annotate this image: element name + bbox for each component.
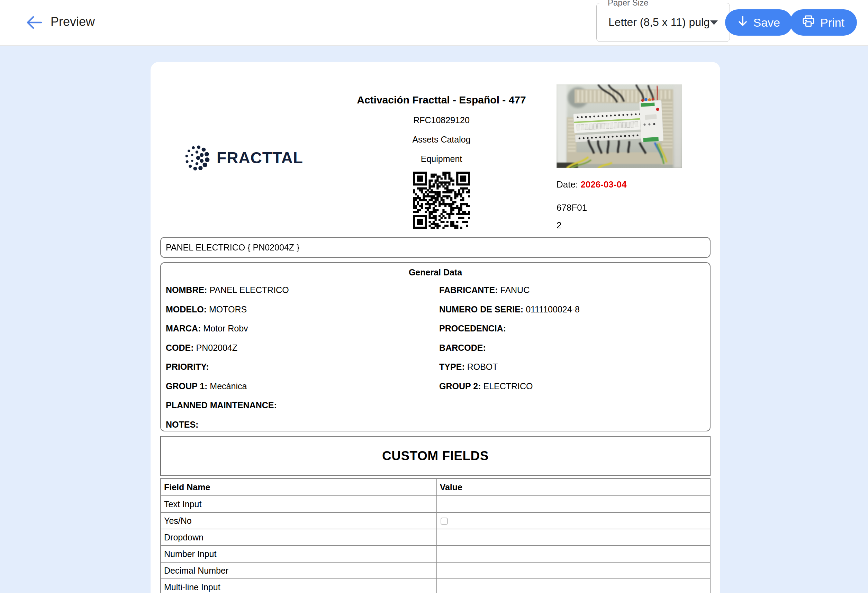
document-reference: RFC10829120 [413,115,469,125]
general-data-section: General Data NOMBRE: PANEL ELECTRICO MOD… [160,262,710,431]
logo-column: FRACTTAL [160,84,326,231]
field-nombre: NOMBRE: PANEL ELECTRICO [166,280,439,300]
field-procedencia: PROCEDENCIA: [439,319,710,338]
table-row: Number Input [161,546,710,562]
save-button-label: Save [753,16,781,30]
field-notes: NOTES: [166,415,439,432]
fracttal-logo-icon [183,143,210,173]
table-row: Dropdown [161,529,710,546]
table-row: Decimal Number [161,562,710,579]
document-catalog: Assets Catalog [412,134,470,145]
table-row: Yes/No [161,512,710,529]
column-value: Value [436,478,710,496]
column-field-name: Field Name [161,478,436,496]
page-number: 2 [557,220,710,231]
general-data-title: General Data [161,267,710,277]
document-page: FRACTTAL Activación Fracttal - Español -… [151,62,720,593]
paper-size-select[interactable]: Paper Size Letter (8,5 x 11) pulg [596,3,730,42]
document-date: Date: 2026-03-04 [557,179,710,190]
field-code: CODE: PN02004Z [166,338,439,358]
general-data-right-column: FABRICANTE: FANUC NUMERO DE SERIE: 01111… [439,280,710,431]
download-arrow-icon [738,16,748,30]
page-title: Preview [50,15,95,29]
print-button-label: Print [820,16,844,30]
asset-photo [557,84,682,168]
field-marca: MARCA: Motor Robv [166,319,439,338]
document-title-column: Activación Fracttal - Español - 477 RFC1… [326,84,557,231]
fracttal-logo-wordmark: FRACTTAL [217,148,303,167]
field-name-cell: Text Input [161,496,436,512]
field-group1: GROUP 1: Mecánica [166,377,439,396]
fracttal-logo: FRACTTAL [183,143,303,173]
asset-name-field: PANEL ELECTRICO { PN02004Z } [160,237,710,258]
field-name-cell: Number Input [161,546,436,562]
field-group2: GROUP 2: ELECTRICO [439,377,710,396]
value-cell [436,579,710,593]
value-cell [436,496,710,512]
field-barcode: BARCODE: [439,338,710,358]
yes-no-checkbox [441,518,448,525]
value-cell [436,529,710,546]
table-row: Multi-line Input [161,579,710,593]
custom-fields-title: CUSTOM FIELDS [382,449,489,463]
document-info-column: Date: 2026-03-04 678F01 2 [557,84,710,231]
field-planned-maintenance: PLANNED MAINTENANCE: [166,396,439,415]
date-label: Date: [557,179,578,190]
general-data-left-column: NOMBRE: PANEL ELECTRICO MODELO: MOTORS M… [161,280,439,431]
document-title: Activación Fracttal - Español - 477 [357,94,526,106]
field-modelo: MODELO: MOTORS [166,300,439,319]
field-priority: PRIORITY: [166,357,439,377]
field-fabricante: FABRICANTE: FANUC [439,280,710,300]
date-value: 2026-03-04 [580,179,626,190]
qr-code [413,172,470,229]
field-name-cell: Yes/No [161,512,436,529]
preview-viewport: FRACTTAL Activación Fracttal - Español -… [0,46,868,593]
table-header-row: Field Name Value [161,478,710,496]
paper-size-value: Letter (8,5 x 11) pulg [608,3,710,41]
document-asset-type: Equipment [421,154,462,164]
custom-fields-header: CUSTOM FIELDS [160,436,710,476]
field-name-cell: Decimal Number [161,562,436,579]
value-cell [436,512,710,529]
save-button[interactable]: Save [725,9,793,35]
back-button[interactable] [26,15,43,30]
print-button[interactable]: Print [790,9,857,35]
value-cell [436,562,710,579]
value-cell [436,546,710,562]
field-name-cell: Multi-line Input [161,579,436,593]
field-numero-serie: NUMERO DE SERIE: 0111100024-8 [439,300,710,319]
field-name-cell: Dropdown [161,529,436,546]
form-code: 678F01 [557,202,710,213]
table-row: Text Input [161,496,710,512]
custom-fields-table: Field Name Value Text Input Yes/No Dropd… [160,478,710,593]
chevron-down-icon [710,21,718,25]
document-header: FRACTTAL Activación Fracttal - Español -… [160,84,710,231]
toolbar: Preview Paper Size Letter (8,5 x 11) pul… [0,0,868,46]
field-type: TYPE: ROBOT [439,357,710,377]
printer-icon [802,15,815,30]
back-arrow-icon [26,26,43,31]
